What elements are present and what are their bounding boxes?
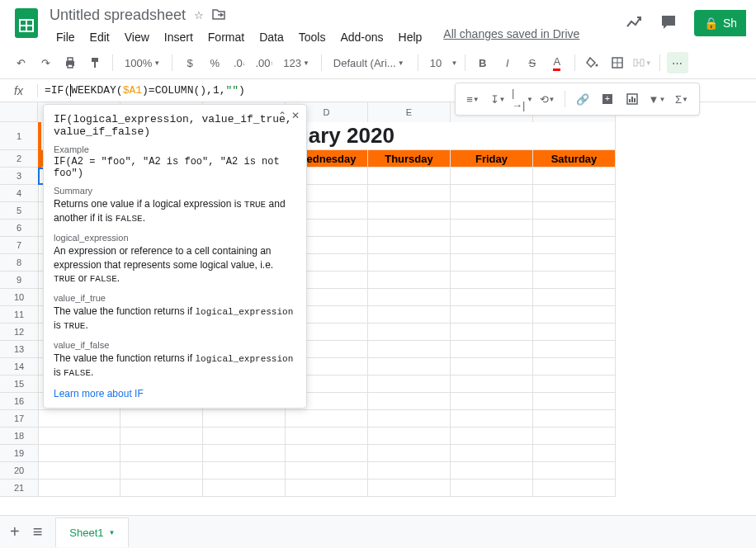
cell[interactable] [533, 393, 616, 410]
cell[interactable] [203, 480, 286, 497]
row-header[interactable]: 20 [0, 462, 38, 480]
cell[interactable] [533, 428, 616, 445]
undo-button[interactable]: ↶ [10, 52, 31, 73]
cell[interactable] [368, 376, 451, 393]
cell[interactable] [368, 428, 451, 445]
strikethrough-button[interactable]: S [522, 52, 543, 73]
cell[interactable] [368, 341, 451, 358]
sheet-tab-active[interactable]: Sheet1 ▼ [55, 517, 129, 547]
cell[interactable] [368, 272, 451, 289]
row-header[interactable]: 3 [0, 168, 38, 185]
row-header[interactable]: 12 [0, 324, 38, 341]
insert-link-button[interactable]: 🔗 [572, 88, 593, 110]
cell[interactable] [286, 428, 368, 445]
cell[interactable] [368, 358, 451, 376]
menu-data[interactable]: Data [253, 27, 291, 47]
decrease-decimal-button[interactable]: .0↓ [229, 52, 250, 73]
cell[interactable] [368, 289, 451, 306]
all-sheets-button[interactable]: ≡ [33, 522, 43, 541]
font-size-select[interactable]: 10 ▼ [425, 57, 458, 69]
cell[interactable] [368, 254, 451, 272]
cell[interactable] [451, 462, 533, 480]
row-header[interactable]: 11 [0, 306, 38, 324]
cell[interactable] [533, 376, 616, 393]
paint-format-button[interactable] [84, 52, 106, 73]
percent-button[interactable]: % [204, 52, 225, 73]
cell[interactable] [451, 185, 533, 202]
menu-addons[interactable]: Add-ons [333, 27, 390, 47]
sheet-menu-icon[interactable]: ▼ [109, 529, 116, 536]
cell[interactable] [368, 168, 451, 185]
cell[interactable] [451, 480, 533, 497]
currency-button[interactable]: $ [179, 52, 201, 73]
more-toolbar-button[interactable]: ⋯ [667, 52, 688, 73]
merge-button[interactable]: ▼ [631, 52, 653, 73]
cell[interactable] [368, 306, 451, 324]
sheets-logo[interactable] [10, 7, 43, 40]
row-header[interactable]: 18 [0, 428, 38, 445]
text-rotation-button[interactable]: ⟲▼ [536, 88, 558, 110]
comments-icon[interactable] [659, 13, 678, 34]
row-header[interactable]: 2 [0, 150, 38, 168]
cell[interactable] [451, 410, 533, 428]
cell[interactable] [368, 237, 451, 254]
cell[interactable] [451, 168, 533, 185]
cell[interactable] [368, 410, 451, 428]
select-all-corner[interactable] [0, 102, 38, 122]
cell[interactable] [451, 220, 533, 237]
cell[interactable] [203, 428, 286, 445]
cell[interactable] [533, 410, 616, 428]
row-header[interactable]: 6 [0, 220, 38, 237]
vertical-align-button[interactable]: ↧▼ [487, 88, 508, 110]
row-header[interactable]: 5 [0, 202, 38, 220]
cell[interactable] [368, 185, 451, 202]
fill-color-button[interactable] [582, 52, 603, 73]
cell[interactable] [451, 237, 533, 254]
cell[interactable] [368, 324, 451, 341]
cell[interactable] [38, 410, 120, 428]
cell[interactable] [120, 410, 203, 428]
cell[interactable] [38, 428, 120, 445]
horizontal-align-button[interactable]: ≡▼ [462, 88, 484, 110]
collapse-icon[interactable]: ⌃ [278, 110, 286, 121]
cell[interactable] [203, 445, 286, 462]
cell[interactable] [368, 202, 451, 220]
cell[interactable] [38, 480, 120, 497]
day-header[interactable]: Thursday [368, 150, 451, 168]
cell[interactable] [451, 272, 533, 289]
cell[interactable] [533, 220, 616, 237]
cell[interactable] [451, 306, 533, 324]
menu-view[interactable]: View [118, 27, 156, 47]
cell[interactable] [286, 410, 368, 428]
cell[interactable] [533, 324, 616, 341]
row-header[interactable]: 1 [0, 122, 38, 150]
row-header[interactable]: 14 [0, 358, 38, 376]
menu-file[interactable]: File [50, 27, 82, 47]
row-header[interactable]: 21 [0, 480, 38, 497]
cell[interactable] [533, 480, 616, 497]
cell[interactable] [533, 237, 616, 254]
menu-insert[interactable]: Insert [158, 27, 200, 47]
cell[interactable] [533, 462, 616, 480]
cell[interactable] [120, 445, 203, 462]
cell[interactable] [451, 341, 533, 358]
text-color-button[interactable]: A [546, 52, 568, 73]
cell[interactable] [451, 324, 533, 341]
row-header[interactable]: 4 [0, 185, 38, 202]
cell[interactable] [368, 445, 451, 462]
document-title[interactable]: Untitled spreadsheet [50, 7, 186, 24]
star-icon[interactable]: ☆ [194, 9, 204, 21]
menu-format[interactable]: Format [201, 27, 251, 47]
cell[interactable] [533, 272, 616, 289]
cell[interactable] [451, 289, 533, 306]
insert-chart-button[interactable] [621, 88, 643, 110]
cell[interactable] [120, 480, 203, 497]
cell[interactable] [120, 428, 203, 445]
cell[interactable] [451, 202, 533, 220]
cell[interactable] [533, 341, 616, 358]
cell[interactable] [203, 410, 286, 428]
cell[interactable] [368, 480, 451, 497]
cell[interactable] [451, 254, 533, 272]
insert-comment-button[interactable]: + [597, 88, 618, 110]
italic-button[interactable]: I [497, 52, 518, 73]
